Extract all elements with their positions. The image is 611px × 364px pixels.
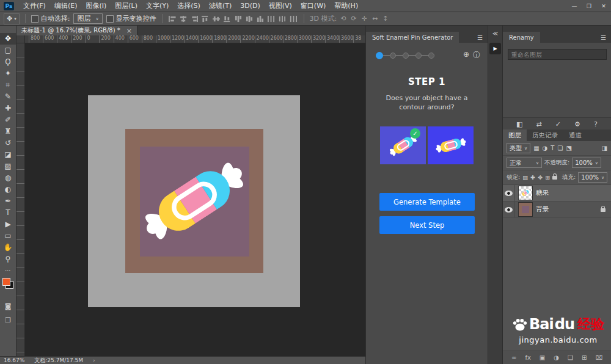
- maximize-button[interactable]: ❐: [582, 3, 596, 9]
- status-expand-icon[interactable]: ›: [93, 357, 95, 363]
- menu-help[interactable]: 帮助(H): [330, 0, 362, 12]
- align-bottom-icon[interactable]: [223, 15, 232, 23]
- path-selection-tool[interactable]: ▶: [0, 219, 16, 230]
- menu-window[interactable]: 窗口(W): [296, 0, 330, 12]
- show-transform-checkbox[interactable]: 显示变换控件: [106, 14, 156, 23]
- blend-mode-dropdown[interactable]: 正常 ∨: [507, 158, 542, 168]
- minimize-button[interactable]: —: [567, 3, 582, 9]
- filter-kind-dropdown[interactable]: 类型 ∨: [507, 143, 530, 153]
- lock-all-icon[interactable]: [552, 174, 557, 181]
- dodge-tool[interactable]: ◐: [0, 184, 16, 195]
- clone-stamp-tool[interactable]: ♜: [0, 126, 16, 137]
- auto-select-target-dropdown[interactable]: 图层 ∨: [73, 13, 102, 24]
- blur-tool[interactable]: ◍: [0, 172, 16, 184]
- lock-position-icon[interactable]: ✥: [538, 174, 543, 181]
- layer-row[interactable]: 背景: [503, 202, 611, 218]
- menu-view[interactable]: 视图(V): [265, 0, 296, 12]
- visibility-toggle[interactable]: [503, 202, 515, 217]
- lock-pixels-icon[interactable]: ✚: [530, 174, 535, 181]
- history-brush-tool[interactable]: ↺: [0, 137, 16, 149]
- layers-tab-2[interactable]: 历史记录: [527, 129, 563, 141]
- edit-toolbar-icon[interactable]: ⋯: [5, 267, 11, 274]
- crop-tool[interactable]: ⌗: [0, 79, 16, 91]
- 3d-orbit-icon[interactable]: ⟲: [340, 15, 346, 23]
- healing-brush-tool[interactable]: ✚: [0, 103, 16, 114]
- extension-dock-button[interactable]: ▶: [489, 43, 501, 54]
- marquee-tool[interactable]: ▢: [0, 45, 16, 56]
- document-viewport[interactable]: [25, 43, 365, 356]
- distribute-bottom-icon[interactable]: [256, 15, 265, 23]
- fill-field[interactable]: 100% ∨: [578, 172, 607, 183]
- next-step-button[interactable]: Next Step: [379, 216, 475, 234]
- pen-tool[interactable]: ✒: [0, 195, 16, 207]
- delete-layer-icon[interactable]: ⌧: [595, 354, 602, 361]
- 3d-pan-icon[interactable]: ✛: [362, 15, 367, 23]
- filter-smart-object-icon[interactable]: ⬔: [565, 145, 572, 151]
- filter-pixel-icon[interactable]: ▦: [533, 145, 540, 151]
- type-tool[interactable]: T: [0, 207, 16, 219]
- link-layers-icon[interactable]: ∞: [511, 354, 516, 361]
- eraser-tool[interactable]: ◪: [0, 149, 16, 161]
- filter-adjustment-icon[interactable]: ◑: [542, 145, 549, 151]
- menu-3d[interactable]: 3D(D): [236, 0, 265, 12]
- generate-template-button[interactable]: Generate Template: [379, 193, 475, 211]
- help-icon[interactable]: ?: [594, 120, 598, 128]
- panel-menu-icon[interactable]: ☰: [601, 34, 611, 43]
- align-top-icon[interactable]: [201, 15, 210, 23]
- close-tab-icon[interactable]: ×: [126, 27, 132, 35]
- tool-preset-picker[interactable]: ✥ ▾: [4, 13, 20, 24]
- distribute-vcenter-icon[interactable]: [245, 15, 254, 23]
- selection-scope-icon[interactable]: ◧: [516, 120, 522, 128]
- swap-icon[interactable]: ⇄: [536, 120, 542, 128]
- menu-edit[interactable]: 编辑(E): [50, 0, 82, 12]
- globe-icon[interactable]: ⊕: [463, 50, 469, 60]
- distribute-top-icon[interactable]: [234, 15, 243, 23]
- brush-tool[interactable]: ✐: [0, 114, 16, 126]
- gradient-tool[interactable]: ▨: [0, 161, 16, 172]
- quick-mask-icon[interactable]: ◙: [5, 302, 12, 310]
- visibility-toggle[interactable]: [503, 185, 515, 201]
- filter-type-icon[interactable]: T: [550, 145, 555, 151]
- new-layer-icon[interactable]: ⊞: [582, 354, 587, 361]
- eyedropper-tool[interactable]: ✎: [0, 91, 16, 103]
- layers-tab-3[interactable]: 通道: [563, 129, 587, 141]
- step-dot-4[interactable]: [415, 53, 422, 59]
- menu-file[interactable]: 文件(F): [19, 0, 50, 12]
- menu-filter[interactable]: 滤镜(T): [205, 0, 236, 12]
- settings-icon[interactable]: ⚙: [574, 120, 580, 128]
- layer-effects-icon[interactable]: fx: [525, 354, 530, 361]
- hand-tool[interactable]: ✋: [0, 242, 16, 253]
- 3d-roll-icon[interactable]: ⟳: [351, 15, 356, 23]
- step-dot-5[interactable]: [428, 53, 434, 59]
- screen-mode-icon[interactable]: ❐: [5, 316, 11, 324]
- step-dot-1[interactable]: [376, 52, 383, 59]
- rename-input[interactable]: [508, 49, 607, 60]
- quick-selection-tool[interactable]: ✦: [0, 68, 16, 79]
- info-icon[interactable]: ⓘ: [473, 50, 480, 60]
- menu-type[interactable]: 文字(Y): [142, 0, 173, 12]
- color-swatches[interactable]: [2, 278, 13, 289]
- move-tool[interactable]: ✥: [0, 33, 16, 45]
- menu-select[interactable]: 选择(S): [173, 0, 205, 12]
- filter-shape-icon[interactable]: ❏: [557, 145, 563, 151]
- distribute-right-icon[interactable]: [289, 15, 298, 23]
- align-vcenter-icon[interactable]: [212, 15, 221, 23]
- layers-tab-1[interactable]: 图层: [503, 129, 527, 141]
- auto-select-checkbox[interactable]: 自动选择:: [31, 14, 70, 23]
- layer-group-icon[interactable]: ❏: [568, 354, 573, 361]
- rectangle-tool[interactable]: ▭: [0, 230, 16, 242]
- close-button[interactable]: ✕: [596, 3, 611, 9]
- opacity-field[interactable]: 100% ∨: [572, 158, 601, 168]
- step-dot-3[interactable]: [403, 53, 409, 59]
- 3d-slide-icon[interactable]: ↔: [372, 15, 378, 23]
- align-right-icon[interactable]: [190, 15, 199, 23]
- filter-switch-icon[interactable]: ◨: [602, 145, 607, 151]
- distribute-left-icon[interactable]: [267, 15, 276, 23]
- distribute-hcenter-icon[interactable]: [278, 15, 287, 23]
- option-without-contour[interactable]: [428, 126, 474, 164]
- foreground-color-swatch[interactable]: [2, 278, 10, 286]
- lasso-tool[interactable]: Ϙ: [0, 56, 16, 68]
- zoom-tool[interactable]: ⚲: [0, 253, 16, 265]
- layer-row[interactable]: 糖果: [503, 185, 611, 202]
- extension-panel-tab[interactable]: Soft Enamel Pin Generator: [366, 32, 459, 43]
